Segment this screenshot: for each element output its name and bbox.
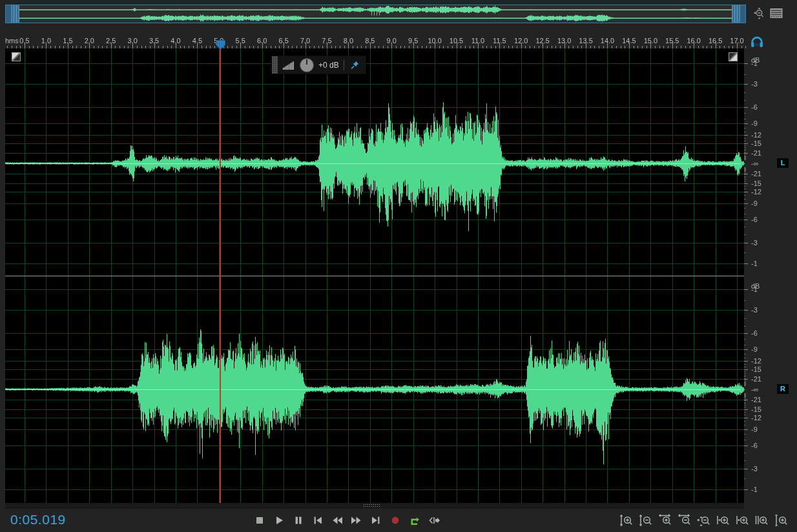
play-button[interactable]	[273, 514, 285, 527]
zoom-out-amplitude-button[interactable]	[638, 513, 652, 527]
waveform-display[interactable]	[5, 48, 744, 503]
record-icon	[389, 514, 402, 527]
channel-badge-l[interactable]: L	[777, 158, 789, 168]
rewind-icon	[331, 514, 344, 527]
playhead-time-display[interactable]: 0:05.019	[10, 512, 66, 527]
gain-knob[interactable]	[300, 58, 314, 72]
view-range-right-grip	[732, 5, 740, 23]
headphones-icon[interactable]	[750, 36, 764, 48]
db-tick	[744, 170, 746, 170]
db-tick	[744, 234, 746, 235]
drag-grip-icon	[363, 504, 381, 507]
db-tick	[744, 147, 746, 148]
zoom-out-full-icon	[696, 513, 710, 527]
reset-vertical-zoom-button[interactable]	[774, 513, 788, 527]
stop-button[interactable]	[253, 514, 266, 527]
db-tick	[744, 172, 746, 173]
zoom-selection-icon	[754, 513, 769, 527]
db-tick-label: -12	[751, 358, 761, 365]
db-tick	[744, 171, 746, 172]
zoom-out-point-icon	[735, 513, 749, 527]
db-tick	[744, 358, 746, 358]
zoom-in-time-button[interactable]	[657, 513, 672, 527]
db-tick	[744, 354, 746, 354]
db-tick	[744, 394, 746, 395]
view-range-center-grip[interactable]	[370, 10, 382, 15]
db-tick	[744, 153, 748, 154]
db-tick-label: -9	[751, 120, 758, 127]
bottom-drag-strip[interactable]	[5, 503, 744, 509]
db-tick	[744, 150, 746, 151]
zoom-in-point-icon	[716, 513, 730, 527]
db-tick	[744, 289, 748, 290]
db-tick	[744, 400, 748, 400]
db-tick	[744, 227, 746, 227]
db-tick-label: -12	[751, 189, 761, 196]
panel-menu-icon[interactable]	[769, 8, 783, 19]
view-range-right-handle[interactable]	[732, 5, 745, 23]
audio-editor-window: hms 0.51.01.52.02.53.03.54.04.55.05.56.0…	[0, 0, 797, 532]
skip-selection-button[interactable]	[428, 514, 440, 527]
playhead-marker[interactable]	[216, 40, 225, 50]
zoom-out-amplitude-icon	[638, 513, 652, 527]
loop-playback-button[interactable]	[408, 514, 421, 527]
zoom-vertical-reset-icon	[774, 513, 788, 527]
db-tick-label: -15	[751, 366, 761, 373]
db-tick	[744, 364, 746, 365]
db-tick	[744, 429, 748, 430]
gain-hud[interactable]: +0 dB	[271, 56, 366, 74]
zoom-navigator-icon[interactable]	[752, 7, 766, 21]
db-tick	[744, 421, 746, 422]
db-tick	[744, 119, 746, 119]
db-tick-label: -1	[751, 260, 758, 267]
db-tick-label: -9	[751, 200, 758, 207]
db-tick	[744, 445, 748, 446]
zoom-out-time-button[interactable]	[677, 513, 691, 527]
db-tick	[744, 92, 746, 93]
db-tick	[744, 478, 746, 479]
db-tick	[744, 107, 748, 108]
loop-icon	[408, 514, 421, 527]
db-tick	[744, 412, 746, 413]
hud-drag-grip-icon[interactable]	[272, 56, 278, 74]
db-tick	[744, 469, 748, 469]
fade-out-handle[interactable]	[729, 52, 738, 61]
rewind-button[interactable]	[331, 514, 344, 527]
db-tick	[744, 376, 746, 377]
db-tick	[744, 409, 748, 410]
fast-forward-button[interactable]	[350, 514, 363, 527]
db-tick	[744, 143, 748, 144]
db-tick-label: -9	[751, 426, 758, 433]
db-tick	[744, 375, 746, 376]
amplitude-ruler[interactable]: dB-1-1-3-3-6-6-9-9-12-12-15-15-21-21-∞+L…	[744, 48, 797, 503]
skip-to-start-button[interactable]	[311, 514, 324, 527]
db-tick	[744, 176, 746, 177]
db-tick	[744, 169, 746, 170]
gain-value-label: +0 dB	[318, 61, 339, 70]
db-tick-label: -9	[751, 346, 758, 353]
zoom-in-amplitude-button[interactable]	[619, 513, 633, 527]
db-tick	[744, 339, 746, 340]
record-button[interactable]	[389, 514, 402, 527]
zoom-in-at-out-point-button[interactable]	[735, 513, 749, 527]
db-tick	[744, 243, 748, 243]
zoom-in-at-in-point-button[interactable]	[716, 513, 730, 527]
overview-range-bar[interactable]	[5, 5, 746, 23]
hud-separator	[344, 60, 344, 70]
db-tick-label: -3	[751, 307, 758, 314]
fade-in-handle[interactable]	[12, 52, 21, 61]
channel-badge-r[interactable]: R	[777, 384, 789, 394]
zoom-in-time-icon	[657, 513, 672, 527]
db-tick	[744, 195, 746, 196]
view-range-left-handle[interactable]	[6, 5, 19, 23]
zoom-out-full-button[interactable]	[696, 513, 710, 527]
zoom-to-selection-button[interactable]	[754, 513, 769, 527]
view-range-left-grip	[11, 5, 19, 23]
zoom-out-time-icon	[677, 513, 691, 527]
db-tick	[744, 174, 746, 175]
pin-icon[interactable]	[349, 59, 360, 71]
db-tick-label: -12	[751, 414, 761, 422]
skip-to-end-button[interactable]	[369, 514, 382, 527]
pause-button[interactable]	[292, 514, 305, 527]
db-tick	[744, 203, 748, 204]
